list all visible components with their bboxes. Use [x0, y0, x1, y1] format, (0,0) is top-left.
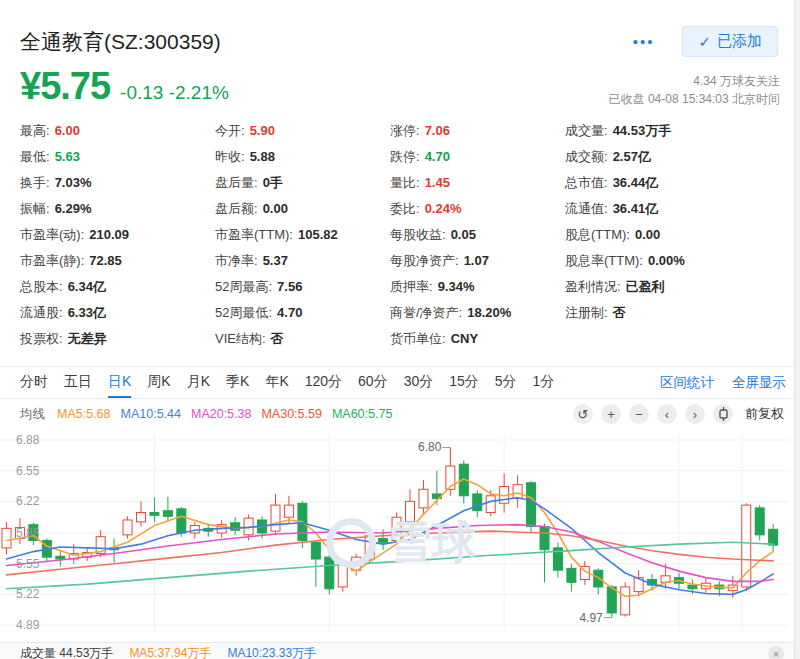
tab-季K[interactable]: 季K [226, 367, 249, 398]
stats-column-4: 成交量:44.53万手成交额:2.57亿总市值:36.44亿流通值:36.41亿… [565, 118, 800, 352]
stat-市盈率(静): 市盈率(静):72.85 [20, 248, 215, 274]
volume-ma10: MA10:23.33万手 [227, 645, 316, 659]
stat-注册制: 注册制:否 [565, 300, 800, 326]
stat-量比: 量比:1.45 [390, 170, 565, 196]
stats-column-2: 今开:5.90昨收:5.88盘后量:0手盘后额:0.00市盈率(TTM):105… [215, 118, 390, 352]
period-tabs: 分时五日日K周K月K季K年K120分60分30分15分5分1分 [20, 367, 570, 398]
scroll-right-icon[interactable]: › [685, 404, 705, 424]
tab-120分[interactable]: 120分 [305, 367, 342, 398]
stat-委比: 委比:0.24% [390, 196, 565, 222]
stat-市盈率(TTM): 市盈率(TTM):105.82 [215, 222, 390, 248]
fullscreen-link[interactable]: 全屏显示 [732, 374, 786, 392]
stat-52周最高: 52周最高:7.56 [215, 274, 390, 300]
stat-盈利情况: 盈利情况:已盈利 [565, 274, 800, 300]
stats-column-1: 最高:6.00最低:5.63换手:7.03%振幅:6.29%市盈率(动):210… [20, 118, 215, 352]
tab-五日[interactable]: 五日 [64, 367, 92, 398]
stat-盘后量: 盘后量:0手 [215, 170, 390, 196]
stat-涨停: 涨停:7.06 [390, 118, 565, 144]
kline-canvas[interactable]: 6.804.976.886.556.225.885.555.224.89 [0, 435, 800, 642]
stat-盘后额: 盘后额:0.00 [215, 196, 390, 222]
added-button-label: 已添加 [717, 32, 762, 51]
added-button[interactable]: ✓ 已添加 [682, 26, 778, 57]
stat-最低: 最低:5.63 [20, 144, 215, 170]
svg-text:6.22: 6.22 [16, 494, 40, 508]
tab-1分[interactable]: 1分 [533, 367, 555, 398]
adjust-mode-label[interactable]: 前复权 [745, 405, 784, 423]
ma-bar-label: 均线 [20, 406, 45, 423]
close-icon[interactable]: × [768, 646, 784, 659]
volume-value: 成交量 44.53万手 [20, 645, 113, 659]
stat-总股本: 总股本:6.34亿 [20, 274, 215, 300]
tab-分时[interactable]: 分时 [20, 367, 48, 398]
tab-月K[interactable]: 月K [187, 367, 210, 398]
stat-今开: 今开:5.90 [215, 118, 390, 144]
price-change: -0.13 -2.21% [120, 82, 229, 104]
svg-text:4.97: 4.97 [579, 611, 603, 625]
svg-text:5.22: 5.22 [16, 587, 40, 601]
stat-成交量: 成交量:44.53万手 [565, 118, 800, 144]
scroll-left-icon[interactable]: ‹ [657, 404, 677, 424]
ma-legend-MA20: MA20:5.38 [191, 407, 251, 421]
stats-grid: 最高:6.00最低:5.63换手:7.03%振幅:6.29%市盈率(动):210… [0, 118, 800, 352]
stat-股息(TTM): 股息(TTM):0.00 [565, 222, 800, 248]
stat-流通值: 流通值:36.41亿 [565, 196, 800, 222]
stats-column-3: 涨停:7.06跌停:4.70量比:1.45委比:0.24%每股收益:0.05每股… [390, 118, 565, 352]
candlestick-icon[interactable] [713, 404, 733, 424]
tab-5分[interactable]: 5分 [495, 367, 517, 398]
kline-chart[interactable]: 6.804.976.886.556.225.885.555.224.89 雪球 [0, 435, 800, 642]
stat-52周最低: 52周最低:4.70 [215, 300, 390, 326]
tab-年K[interactable]: 年K [265, 367, 288, 398]
zoom-in-icon[interactable]: + [601, 404, 621, 424]
stat-股息率(TTM): 股息率(TTM):0.00% [565, 248, 800, 274]
more-button[interactable]: ••• [633, 33, 655, 50]
stat-质押率: 质押率:9.34% [390, 274, 565, 300]
check-icon: ✓ [698, 33, 711, 51]
ma-legend-MA60: MA60:5.75 [332, 407, 392, 421]
svg-text:5.55: 5.55 [16, 557, 40, 571]
tab-30分[interactable]: 30分 [404, 367, 434, 398]
stock-header: 全通教育(SZ:300359) ••• ✓ 已添加 ¥5.75 -0.13 -2… [0, 0, 800, 108]
stat-换手: 换手:7.03% [20, 170, 215, 196]
tab-周K[interactable]: 周K [147, 367, 170, 398]
zoom-out-icon[interactable]: − [629, 404, 649, 424]
svg-text:4.89: 4.89 [16, 618, 40, 632]
stat-振幅: 振幅:6.29% [20, 196, 215, 222]
current-price: ¥5.75 [20, 65, 110, 108]
stat-每股收益: 每股收益:0.05 [390, 222, 565, 248]
page-title: 全通教育(SZ:300359) [20, 28, 221, 56]
stat-每股净资产: 每股净资产:1.07 [390, 248, 565, 274]
stat-投票权: 投票权:无差异 [20, 326, 215, 352]
volume-label-bar: 成交量 44.53万手 MA5:37.94万手 MA10:23.33万手 × [0, 642, 800, 659]
stat-市净率: 市净率:5.37 [215, 248, 390, 274]
volume-ma5: MA5:37.94万手 [129, 645, 211, 659]
ma-legend-MA5: MA5:5.68 [57, 407, 111, 421]
svg-text:5.88: 5.88 [16, 526, 40, 540]
stat-跌停: 跌停:4.70 [390, 144, 565, 170]
followers-count: 4.34 万球友关注 [609, 72, 780, 90]
svg-text:6.88: 6.88 [16, 435, 40, 447]
stat-VIE结构: VIE结构:否 [215, 326, 390, 352]
period-tabbar: 分时五日日K周K月K季K年K120分60分30分15分5分1分 区间统计 全屏显… [0, 366, 800, 399]
tab-日K[interactable]: 日K [108, 367, 131, 398]
svg-text:6.55: 6.55 [16, 464, 40, 478]
page-edge [794, 0, 800, 659]
svg-text:6.80: 6.80 [418, 440, 442, 454]
undo-icon[interactable]: ↺ [573, 404, 593, 424]
ma-bar: 均线 MA5:5.68MA10:5.44MA20:5.38MA30:5.59MA… [0, 399, 800, 429]
market-status: 已收盘 04-08 15:34:03 北京时间 [609, 90, 780, 108]
tab-15分[interactable]: 15分 [449, 367, 479, 398]
stat-市盈率(动): 市盈率(动):210.09 [20, 222, 215, 248]
chart-toolbar: ↺ + − ‹ › 前复权 [573, 404, 784, 424]
stat-总市值: 总市值:36.44亿 [565, 170, 800, 196]
range-stats-link[interactable]: 区间统计 [660, 374, 714, 392]
stat-成交额: 成交额:2.57亿 [565, 144, 800, 170]
ma-values: MA5:5.68MA10:5.44MA20:5.38MA30:5.59MA60:… [57, 407, 392, 421]
stat-流通股: 流通股:6.33亿 [20, 300, 215, 326]
tab-60分[interactable]: 60分 [358, 367, 388, 398]
stat-最高: 最高:6.00 [20, 118, 215, 144]
stat-昨收: 昨收:5.88 [215, 144, 390, 170]
ma-legend-MA10: MA10:5.44 [121, 407, 181, 421]
ma-legend-MA30: MA30:5.59 [261, 407, 321, 421]
stat-货币单位: 货币单位:CNY [390, 326, 565, 352]
stat-商誉/净资产: 商誉/净资产:18.20% [390, 300, 565, 326]
